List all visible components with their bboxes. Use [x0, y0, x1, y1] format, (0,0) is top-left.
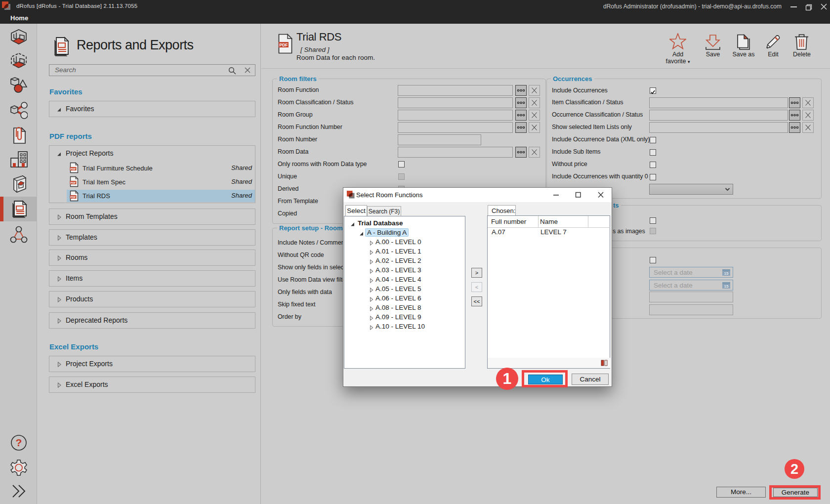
svg-text:PDF: PDF	[280, 42, 288, 47]
svg-text:PDF: PDF	[71, 181, 76, 184]
svg-text:?: ?	[16, 437, 22, 448]
svg-text:PDF: PDF	[71, 196, 76, 199]
svg-text:15: 15	[724, 271, 729, 276]
svg-text:PDF: PDF	[71, 168, 76, 170]
svg-text:15: 15	[724, 284, 729, 289]
